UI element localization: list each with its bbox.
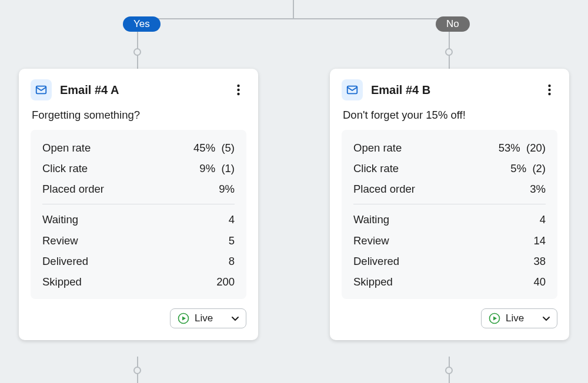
svg-marker-11 <box>182 316 186 320</box>
metric-waiting: Waiting 4 <box>42 209 235 230</box>
svg-point-7 <box>237 85 239 87</box>
chevron-down-icon <box>542 314 551 323</box>
play-circle-icon <box>489 313 500 324</box>
metric-open-rate: Open rate 53% (20) <box>353 137 546 158</box>
metric-value: 4 <box>540 213 546 226</box>
metric-label: Open rate <box>42 141 91 154</box>
metric-placed-order: Placed order 3% <box>353 179 546 199</box>
dots-vertical-icon <box>237 84 240 96</box>
divider <box>42 204 235 204</box>
divider <box>353 204 546 204</box>
metric-click-rate: Click rate 9% (1) <box>42 158 235 179</box>
metric-value: 5 <box>229 234 235 247</box>
status-label: Live <box>195 313 225 324</box>
metrics-panel: Open rate 53% (20) Click rate 5% (2) Pla… <box>342 130 557 299</box>
metric-label: Waiting <box>353 213 389 226</box>
metric-label: Skipped <box>42 275 82 288</box>
email-subject: Don't forget your 15% off! <box>343 109 557 122</box>
chevron-down-icon <box>230 314 240 323</box>
metric-value: 53% <box>499 142 520 154</box>
metric-value: 3% <box>530 182 546 196</box>
card-title: Email #4 A <box>60 83 222 97</box>
metric-value: 8 <box>229 254 235 268</box>
metric-label: Review <box>42 234 78 247</box>
metric-count: (20) <box>526 141 546 154</box>
metrics-panel: Open rate 45% (5) Click rate 9% (1) Plac… <box>31 130 246 299</box>
svg-point-13 <box>548 85 550 87</box>
svg-point-14 <box>548 89 550 91</box>
connector-dot <box>445 367 453 374</box>
play-circle-icon <box>178 313 189 324</box>
metric-count: (1) <box>221 162 235 175</box>
metric-value: 9% <box>199 162 215 174</box>
metric-label: Placed order <box>42 182 104 196</box>
more-menu-button[interactable] <box>230 82 246 98</box>
more-menu-button[interactable] <box>541 82 557 98</box>
branch-yes-label: Yes <box>123 16 161 32</box>
metric-count: (2) <box>532 162 546 175</box>
svg-marker-17 <box>493 316 497 320</box>
status-dropdown[interactable]: Live <box>481 308 557 328</box>
metric-delivered: Delivered 8 <box>42 251 235 271</box>
metric-skipped: Skipped 200 <box>42 271 235 292</box>
email-card-a[interactable]: Email #4 A Forgetting something? Open ra… <box>19 69 258 340</box>
svg-point-9 <box>237 93 239 95</box>
metric-label: Waiting <box>42 213 78 226</box>
metric-click-rate: Click rate 5% (2) <box>353 158 546 179</box>
email-subject: Forgetting something? <box>32 109 246 122</box>
metric-count: (5) <box>221 141 235 154</box>
metric-label: Placed order <box>353 182 415 196</box>
metric-value: 45% <box>193 142 215 154</box>
metric-label: Click rate <box>42 162 88 175</box>
connector-dot <box>133 48 141 56</box>
metric-value: 14 <box>533 234 546 247</box>
metric-review: Review 5 <box>42 230 235 251</box>
svg-point-8 <box>237 89 239 91</box>
metric-label: Review <box>353 234 389 247</box>
metric-label: Delivered <box>353 254 399 268</box>
metric-label: Click rate <box>353 162 399 175</box>
metric-value: 38 <box>533 254 546 268</box>
metric-value: 40 <box>533 275 546 288</box>
metric-review: Review 14 <box>353 230 546 251</box>
metric-value: 200 <box>216 275 235 288</box>
connector-dot <box>445 48 453 56</box>
status-label: Live <box>506 313 536 324</box>
metric-placed-order: Placed order 9% <box>42 179 235 199</box>
svg-point-15 <box>548 93 550 95</box>
metric-label: Skipped <box>353 275 393 288</box>
metric-waiting: Waiting 4 <box>353 209 546 230</box>
metric-value: 5% <box>510 162 526 174</box>
metric-label: Open rate <box>353 141 402 154</box>
card-title: Email #4 B <box>371 83 533 97</box>
connector-dot <box>133 367 141 374</box>
email-icon <box>342 79 363 100</box>
email-icon <box>31 79 52 100</box>
email-card-b[interactable]: Email #4 B Don't forget your 15% off! Op… <box>330 69 569 340</box>
dots-vertical-icon <box>548 84 551 96</box>
metric-value: 9% <box>219 182 235 196</box>
metric-delivered: Delivered 38 <box>353 251 546 271</box>
metric-open-rate: Open rate 45% (5) <box>42 137 235 158</box>
metric-skipped: Skipped 40 <box>353 271 546 292</box>
metric-label: Delivered <box>42 254 88 268</box>
branch-no-label: No <box>436 16 470 32</box>
metric-value: 4 <box>229 213 235 226</box>
status-dropdown[interactable]: Live <box>170 308 246 328</box>
